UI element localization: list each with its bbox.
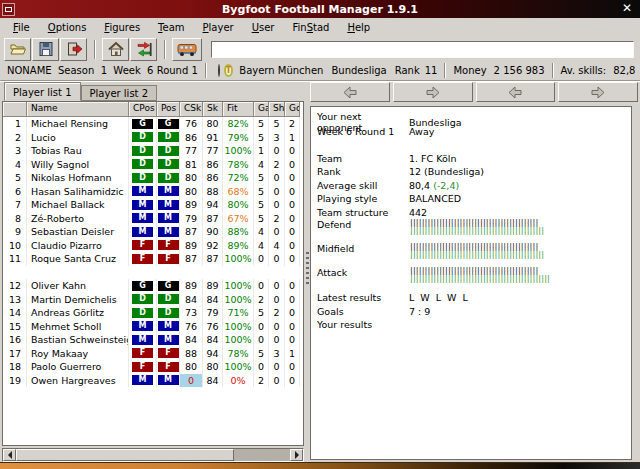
browse-left-button[interactable] [476, 82, 556, 102]
team-name: Bayern München [239, 65, 323, 76]
tab-player-list-1[interactable]: Player list 1 [4, 82, 81, 101]
column-header-sh[interactable]: Sh [269, 102, 285, 117]
table-row[interactable]: 2LucioDD869179%531 [3, 131, 303, 145]
info-label: Goals [317, 306, 409, 317]
scroll-left-button[interactable] [3, 449, 16, 461]
home-button[interactable] [102, 38, 129, 61]
table-row[interactable]: 6Hasan SalihamidzicMM808868%500 [3, 185, 303, 199]
info-value: ||||||||||||||||||||||||||||||||||||||||… [409, 219, 631, 235]
pos-badge: F [158, 254, 179, 264]
column-header-pos[interactable]: Pos [157, 102, 180, 117]
table-row[interactable]: 8Zé-RobertoMM798767%520 [3, 212, 303, 226]
info-label: Defend [317, 219, 409, 230]
table-row[interactable]: 12Oliver KahnGG8989100%000 [3, 279, 303, 293]
table-row[interactable]: 10Claudio PizarroFF899289%440 [3, 239, 303, 253]
info-value: 1. FC Köln [409, 153, 631, 164]
cpos-badge: D [132, 159, 153, 169]
column-header-num[interactable] [3, 102, 27, 117]
toolbar [0, 37, 640, 61]
cpos-badge: M [132, 227, 153, 237]
money-label: Money [453, 65, 486, 76]
title-bar[interactable]: Bygfoot Football Manager 1.9.1 ✕ [0, 0, 640, 18]
column-header-csk[interactable]: CSk [180, 102, 203, 117]
table-row[interactable]: 18Paolo GuerreroFF8080100%000 [3, 360, 303, 374]
table-row[interactable]: 7Michael BallackMM899480%500 [3, 198, 303, 212]
info-label: Latest results [317, 292, 409, 303]
menu-team[interactable]: Team [149, 20, 193, 35]
cpos-badge: F [132, 348, 153, 358]
column-header-ga[interactable]: Ga [254, 102, 269, 117]
table-row[interactable]: 5Nikolas HofmannDD808672%500 [3, 171, 303, 185]
info-value: ||||||||||||||||||||||||||||||||||||||||… [409, 267, 631, 283]
scrollbar-thumb[interactable] [16, 449, 234, 461]
strength-bar-green: ||||||||||||||||||||||||||||||||||||||||… [409, 227, 631, 235]
status-bar: NONAME Season 1 Week 6 Round 1 T Bayern … [0, 61, 640, 81]
pane-splitter[interactable] [306, 252, 309, 286]
table-row[interactable]: 1Michael RensingGG768082%552 [3, 117, 303, 131]
column-header-go[interactable]: Go [285, 102, 300, 117]
table-body: 1Michael RensingGG768082%5522LucioDD8691… [3, 117, 303, 387]
table-row[interactable]: 13Martin DemichelisDD8484100%200 [3, 293, 303, 307]
player-table: NameCPosPosCSkSkFitGaShGo 1Michael Rensi… [2, 101, 304, 446]
strength-bar-green: ||||||||||||||||||||||||||||||||||||||||… [409, 275, 631, 283]
info-value: Away [409, 126, 631, 137]
left-arrow-icon [507, 85, 523, 100]
journey-button[interactable] [172, 38, 202, 61]
info-row-your-next-opponent: Your next opponentBundesliga [317, 111, 631, 125]
open-button[interactable] [4, 38, 31, 61]
opponent-nav-buttons [310, 82, 638, 102]
scroll-right-button[interactable] [290, 449, 303, 461]
cpos-badge: D [132, 132, 153, 142]
right-arrow-icon [425, 85, 441, 100]
live-game-indicator-icon[interactable] [218, 64, 220, 77]
table-row[interactable]: 16Bastian SchweinsteigerMM8484100%000 [3, 333, 303, 347]
cpos-badge: G [132, 119, 153, 129]
menu-finstad[interactable]: FinStad [283, 20, 338, 35]
table-row[interactable]: 3Tobias RauDD7777100%100 [3, 144, 303, 158]
info-label: Playing style [317, 193, 409, 204]
bus-icon [176, 40, 198, 58]
browse-left-button[interactable] [310, 82, 390, 102]
info-row-rank: Rank12 (Bundesliga) [317, 165, 631, 179]
pos-badge: M [158, 375, 179, 385]
strength-bar-green: ||||||||||||||||||||||||||||||||||||||||… [409, 251, 631, 259]
pos-badge: D [158, 159, 179, 169]
column-header-fit[interactable]: Fit [223, 102, 254, 117]
column-header-sk[interactable]: Sk [203, 102, 223, 117]
info-label: Team [317, 153, 409, 164]
quit-button[interactable] [60, 38, 87, 61]
browse-right-button[interactable] [393, 82, 473, 102]
toolbar-entry[interactable] [211, 41, 634, 58]
player-list-pane: Player list 1 Player list 2 NameCPosPosC… [2, 82, 306, 462]
player-list-tabs: Player list 1 Player list 2 [2, 82, 306, 101]
info-value: 80,4 (-2,4) [409, 180, 631, 191]
table-row[interactable]: 9Sebastian DeislerMM879088%400 [3, 225, 303, 239]
info-row-attack: Attack||||||||||||||||||||||||||||||||||… [317, 267, 631, 291]
left-arrow-icon [342, 85, 358, 100]
tab-player-list-2[interactable]: Player list 2 [81, 85, 158, 101]
table-row[interactable]: 4Willy SagnolDD818678%420 [3, 158, 303, 172]
team-badge-icon[interactable]: T [224, 64, 233, 77]
menu-figures[interactable]: Figures [95, 20, 149, 35]
transfer-button[interactable] [130, 38, 157, 61]
column-header-cpos[interactable]: CPos [129, 102, 157, 117]
close-button[interactable]: ✕ [622, 1, 632, 15]
horizontal-scrollbar[interactable] [2, 448, 304, 462]
menu-help[interactable]: Help [338, 20, 379, 35]
menu-user[interactable]: User [243, 20, 284, 35]
info-row-defend: Defend||||||||||||||||||||||||||||||||||… [317, 219, 631, 243]
table-row[interactable]: 11Roque Santa CruzFF8787100%000 [3, 252, 303, 266]
menu-options[interactable]: Options [39, 20, 96, 35]
table-row[interactable]: 14Andreas GörlitzDD737971%520 [3, 306, 303, 320]
transfer-arrows-icon [135, 40, 153, 58]
skill-diff-value: (-2,4) [433, 180, 459, 191]
browse-right-button[interactable] [558, 82, 638, 102]
pos-badge: G [158, 119, 179, 129]
menu-file[interactable]: File [4, 20, 39, 35]
menu-player[interactable]: Player [194, 20, 243, 35]
table-row[interactable]: 15Mehmet SchollMM7676100%000 [3, 320, 303, 334]
table-row[interactable]: 19Owen HargreavesMM0840%200 [3, 374, 303, 388]
column-header-name[interactable]: Name [27, 102, 129, 117]
save-button[interactable] [32, 38, 59, 61]
table-row[interactable]: 17Roy MakaayFF889478%531 [3, 347, 303, 361]
